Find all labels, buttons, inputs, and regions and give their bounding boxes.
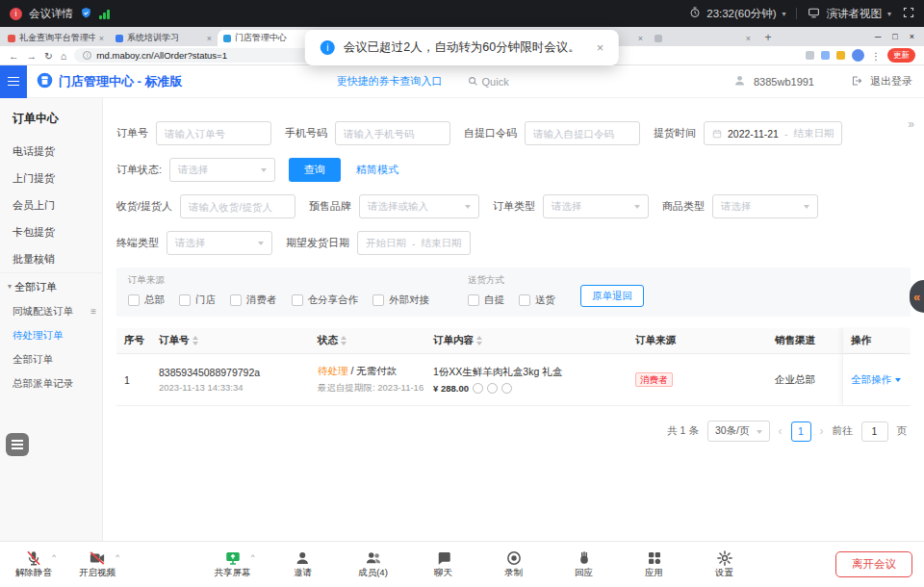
chat-button[interactable]: 聊天 [420, 549, 468, 579]
browser-menu-icon[interactable]: ⋮ [871, 50, 882, 62]
goods-type-select[interactable]: 请选择 [712, 194, 818, 218]
reload-icon[interactable]: ↻ [44, 50, 53, 62]
sidebar-item-door-pickup[interactable]: 上门提货 [0, 165, 102, 191]
sidebar-item-hq-dispatch-records[interactable]: 总部派单记录 [0, 371, 102, 396]
sort-icon[interactable] [192, 333, 198, 348]
sort-icon[interactable] [476, 333, 482, 348]
pick-code-input[interactable] [525, 121, 640, 145]
checkbox-external[interactable]: 外部对接 [372, 294, 429, 307]
settings-button[interactable]: 设置 [701, 549, 749, 579]
sidebar-item-phone-pickup[interactable]: 电话提货 [0, 138, 102, 165]
sidebar-item-all-orders[interactable]: 全部订单 [0, 347, 102, 371]
invite-button[interactable]: 邀请 [279, 549, 327, 579]
record-button[interactable]: 录制 [490, 549, 538, 579]
order-no-input[interactable] [156, 121, 271, 145]
share-options-caret[interactable]: ^ [251, 552, 255, 561]
start-video-button[interactable]: ^ 开启视频 [73, 549, 121, 579]
share-screen-button[interactable]: ^ 共享屏幕 [209, 549, 257, 579]
view-mode-caret[interactable]: ▾ [887, 10, 891, 18]
members-button[interactable]: 成员(4) [349, 549, 398, 579]
ship-date-range[interactable]: 开始日期 - 结束日期 [357, 231, 471, 255]
tab-close-icon[interactable]: × [638, 34, 643, 43]
username[interactable]: 8385wb1991 [754, 76, 814, 88]
tab-close-icon[interactable]: × [746, 34, 751, 43]
checkbox-warehouse-coop[interactable]: 仓分享合作 [292, 294, 359, 307]
security-shield-icon[interactable] [80, 7, 92, 21]
home-icon[interactable]: ⌂ [61, 50, 66, 62]
tab-close-icon[interactable]: × [99, 34, 104, 43]
timer-dropdown-caret[interactable]: ▾ [782, 10, 785, 18]
simple-mode-link[interactable]: 精简模式 [356, 163, 398, 177]
fullscreen-icon[interactable] [903, 7, 914, 20]
back-icon[interactable]: ← [9, 50, 19, 62]
chevron-down-icon[interactable] [895, 378, 901, 385]
sidebar-group-all-orders[interactable]: ▾ 全部订单 [0, 272, 102, 299]
meeting-info-icon[interactable]: i [10, 8, 22, 20]
mic-options-caret[interactable]: ^ [52, 552, 56, 561]
checkbox-icon[interactable] [128, 294, 140, 306]
sidebar-item-city-delivery[interactable]: 同城配送订单 ≡ [0, 299, 102, 323]
checkbox-delivery[interactable]: 送货 [519, 294, 555, 307]
checkbox-hq[interactable]: 总部 [128, 294, 165, 307]
checkbox-icon[interactable] [519, 294, 530, 306]
new-tab-button[interactable]: + [760, 30, 776, 45]
unmute-button[interactable]: ^ 解除静音 [10, 549, 58, 579]
leave-meeting-button[interactable]: 离开会议 [835, 551, 912, 577]
list-icon[interactable]: ≡ [90, 306, 96, 317]
coupon-query-link[interactable]: 更快捷的券卡查询入口 [337, 74, 443, 89]
receiver-input[interactable] [180, 194, 295, 218]
checkbox-consumer[interactable]: 消费者 [230, 294, 277, 307]
apps-button[interactable]: 应用 [630, 549, 679, 579]
checkbox-icon[interactable] [179, 294, 191, 306]
toast-close-icon[interactable]: × [597, 40, 604, 55]
site-info-icon[interactable]: i [83, 51, 91, 60]
logout-button[interactable]: 退出登录 [870, 74, 912, 89]
pickup-date-range[interactable]: 2022-11-21 - 结束日期 [704, 121, 842, 145]
prev-page-button[interactable]: ‹ [779, 424, 783, 438]
sidebar-item-card-pickup[interactable]: 卡包提货 [0, 218, 102, 245]
quick-search[interactable]: Quick [468, 76, 509, 88]
checkbox-icon[interactable] [292, 294, 303, 306]
current-page[interactable]: 1 [791, 421, 811, 442]
react-button[interactable]: 回应 [560, 549, 608, 579]
browser-profile-avatar[interactable] [852, 49, 864, 62]
checkbox-self-pickup[interactable]: 自提 [468, 294, 504, 307]
all-actions-link[interactable]: 全部操作 [851, 373, 891, 387]
checkbox-icon[interactable] [230, 294, 242, 306]
phone-input[interactable] [335, 121, 450, 145]
checkbox-store[interactable]: 门店 [179, 294, 216, 307]
extension-icon[interactable] [821, 51, 830, 60]
sort-icon[interactable] [341, 333, 346, 348]
original-order-return-button[interactable]: 原单退回 [580, 285, 644, 307]
view-mode-label[interactable]: 演讲者视图 [826, 7, 882, 21]
order-tag-icon[interactable] [501, 383, 512, 394]
floating-menu-widget[interactable] [6, 433, 29, 456]
checkbox-icon[interactable] [468, 294, 479, 306]
extension-icon[interactable] [806, 51, 814, 60]
browser-update-button[interactable]: 更新 [887, 48, 915, 63]
search-button[interactable]: 查询 [289, 158, 341, 182]
tab-close-icon[interactable]: × [207, 34, 212, 43]
meeting-details-label[interactable]: 会议详情 [29, 7, 73, 21]
sidebar-item-member-visit[interactable]: 会员上门 [0, 191, 102, 218]
browser-tab-1[interactable]: 礼金查询平台管理中心 × [2, 30, 110, 46]
brand-select[interactable]: 请选择或输入 [359, 194, 479, 218]
browser-tab-2[interactable]: 系统培训学习 × [110, 30, 218, 46]
sidebar-item-pending-orders[interactable]: 待处理订单 [0, 323, 102, 347]
browser-tab-7[interactable]: × [649, 30, 757, 46]
window-close-button[interactable]: × [910, 32, 914, 41]
window-minimize-button[interactable]: ─ [875, 32, 881, 41]
extension-icon[interactable] [836, 51, 845, 60]
order-tag-icon[interactable] [487, 383, 498, 394]
forward-icon[interactable]: → [27, 50, 38, 62]
sidebar-item-batch-verify[interactable]: 批量核销 [0, 245, 102, 272]
terminal-type-select[interactable]: 请选择 [167, 231, 272, 255]
collapse-panel-icon[interactable]: » [908, 117, 914, 131]
page-size-select[interactable]: 30条/页 [707, 421, 770, 442]
order-tag-icon[interactable] [473, 383, 483, 394]
video-options-caret[interactable]: ^ [116, 552, 119, 561]
order-type-select[interactable]: 请选择 [543, 194, 649, 218]
checkbox-icon[interactable] [372, 294, 384, 306]
window-maximize-button[interactable]: □ [892, 32, 897, 41]
sidebar-collapse-button[interactable] [0, 65, 27, 98]
